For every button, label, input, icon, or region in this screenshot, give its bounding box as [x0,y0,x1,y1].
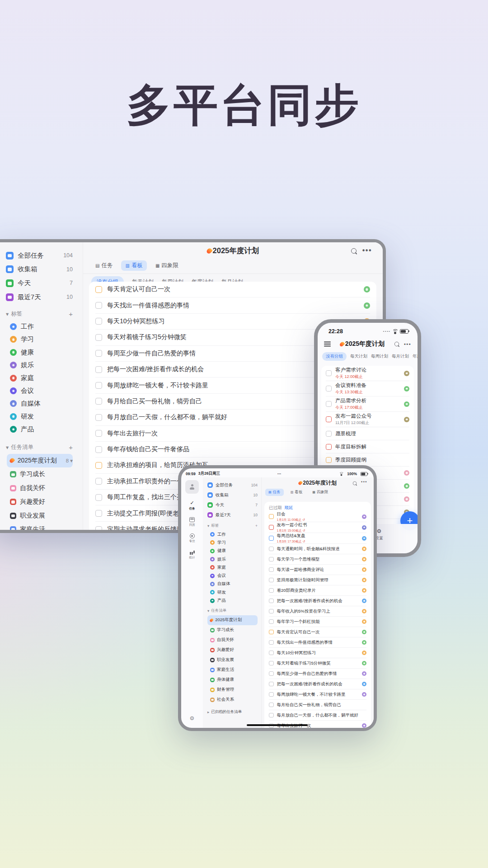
task-checkbox[interactable] [269,578,274,583]
task-checkbox[interactable] [95,414,102,421]
task-checkbox[interactable] [269,692,274,697]
task-row[interactable]: 把每一次困难/挫折看作成长的机会 [269,679,366,689]
task-row[interactable]: 产品需求分析今天 17:00截止 [326,396,409,412]
task-row[interactable]: 看20部商业类纪录片 [269,585,366,596]
task-row[interactable]: 每周总结&复盘1月3日 17:30截止 ↺ [269,533,366,544]
view-tab-看板[interactable]: ▥看板 [121,260,146,271]
more-icon[interactable]: ••• [404,341,411,347]
task-row[interactable]: 年度目标拆解 [326,440,409,453]
task-checkbox[interactable] [95,302,102,309]
list-item-自我关怀[interactable]: 自我关怀 [207,635,258,645]
task-checkbox[interactable] [269,536,274,541]
filter-pill-没有分组[interactable]: 没有分组 [322,352,347,361]
task-row[interactable]: 每天找出一件值得感恩的事情 [269,637,366,648]
view-tab-任务[interactable]: ▤任务 [265,489,284,496]
task-checkbox[interactable] [95,526,102,533]
lists-section-header[interactable]: ▾ 任务清单 + [6,441,73,454]
tag-item-工作[interactable]: 工作 [6,320,73,333]
task-row[interactable]: 每天肯定认可自己一次 [95,282,370,297]
list-item-家庭生活[interactable]: 家庭生活 [6,523,73,533]
task-checkbox[interactable] [95,478,102,485]
tag-item-健康[interactable]: 健康 [207,547,258,555]
view-tab-任务[interactable]: ▤任务 [91,260,117,271]
task-checkbox[interactable] [269,703,274,708]
tag-item-健康[interactable]: 健康 [6,346,73,359]
sidebar-item-收集箱[interactable]: 收集箱10 [6,263,73,277]
tag-item-会议[interactable]: 会议 [6,384,73,397]
task-checkbox[interactable] [269,514,274,519]
sidebar-item-最近7天[interactable]: 最近7天10 [6,290,73,304]
filter-pill-每天计划[interactable]: 每天计划 [350,354,367,359]
task-row[interactable]: 愿景梳理 [326,427,409,440]
task-checkbox[interactable] [269,682,274,687]
sidebar-item-今天[interactable]: 今天7 [207,500,258,510]
task-checkbox[interactable] [269,713,274,718]
list-item-家庭生活[interactable]: 家庭生活 [207,665,258,675]
task-checkbox[interactable] [269,630,274,635]
list-item-社会关系[interactable]: 社会关系 [207,695,258,705]
list-item-兴趣爱好[interactable]: 兴趣爱好 [6,495,73,509]
tag-item-研发[interactable]: 研发 [207,588,258,596]
list-item-学习成长[interactable]: 学习成长 [6,467,73,481]
task-checkbox[interactable] [269,640,274,645]
task-checkbox[interactable] [95,510,102,517]
menu-icon[interactable] [324,344,331,344]
sidebar-item-今天[interactable]: 今天7 [6,276,73,290]
task-row[interactable]: 发布一篇公众号11月7日 12:00截止 [326,412,409,427]
task-checkbox[interactable] [269,661,274,666]
tag-item-学习[interactable]: 学习 [207,538,258,547]
home-indicator[interactable] [247,724,308,726]
task-checkbox[interactable] [269,567,274,572]
view-tab-四象限[interactable]: ▦四象限 [151,260,183,271]
list-item-2025年度计划[interactable]: 2025年度计划8 ▾ [7,454,73,467]
task-checkbox[interactable] [95,366,102,373]
add-tag-button[interactable]: + [69,310,73,318]
lists-section-header[interactable]: ▾ 任务清单 [207,606,258,615]
search-icon[interactable] [351,248,357,254]
filter-pill-每月计划[interactable]: 每月计划 [392,354,409,359]
task-checkbox[interactable] [95,430,102,437]
tag-item-产品[interactable]: 产品 [207,596,258,604]
tag-item-自媒体[interactable]: 自媒体 [207,580,258,588]
task-row[interactable]: 每天学习一个思维模型 [269,554,366,565]
task-checkbox[interactable] [326,431,332,437]
list-item-身体健康[interactable]: 身体健康 [207,675,258,685]
task-row[interactable]: 每天对着镜子练习5分钟微笑 [269,658,366,669]
task-row[interactable]: 把每一次困难/挫折看作成长的机会 [269,596,366,606]
task-checkbox[interactable] [326,386,332,392]
task-row[interactable]: 坚持用极简计划做时间管理 [269,575,366,585]
rail-item-任务[interactable]: ✓任务 [189,500,195,511]
task-row[interactable]: 每年收入的5%投资在学习上 [269,606,366,617]
task-checkbox[interactable] [95,462,102,469]
add-tag-button[interactable]: + [255,524,258,528]
list-item-职业发展[interactable]: 职业发展 [6,509,73,522]
view-tab-看板[interactable]: ▥看板 [287,489,306,496]
task-row[interactable]: 每天肯定认可自己一次 [269,627,366,637]
rail-item-统计[interactable]: 统计 [189,550,195,560]
archived-lists-item[interactable]: ▸ 已归档的任务清单 [207,708,258,717]
task-row[interactable]: 每年学习一个斜杠技能 [269,617,366,627]
sidebar-item-收集箱[interactable]: 收集箱10 [207,490,258,500]
tag-item-工作[interactable]: 工作 [207,530,258,538]
more-icon[interactable]: ••• [362,246,372,255]
task-row[interactable]: 每周至少做一件自己热爱的事情 [269,669,366,679]
task-checkbox[interactable] [269,671,274,676]
list-item-兴趣爱好[interactable]: 兴趣爱好 [207,645,258,655]
search-icon[interactable] [394,342,399,346]
tag-item-研发[interactable]: 研发 [6,410,73,423]
task-row[interactable]: 每天找出一件值得感恩的事情 [95,297,370,313]
tag-item-娱乐[interactable]: 娱乐 [207,555,258,563]
task-checkbox[interactable] [326,416,332,422]
sidebar-item-全部任务[interactable]: 全部任务104 [207,480,258,490]
avatar[interactable] [185,480,199,494]
task-row[interactable]: 客户需求讨论今天 12:00截止 [326,366,409,381]
task-checkbox[interactable] [269,619,274,624]
task-checkbox[interactable] [269,609,274,614]
task-checkbox[interactable] [95,318,102,325]
gear-icon[interactable]: ⚙ [190,715,195,722]
task-row[interactable]: 每月放自己一天假，什么都不做，躺平就好 [269,710,366,721]
filter-pill-每周计划[interactable]: 每周计划 [371,354,388,359]
task-checkbox[interactable] [326,370,332,376]
task-checkbox[interactable] [95,334,102,341]
sidebar-item-最近7天[interactable]: 最近7天10 [207,510,258,520]
